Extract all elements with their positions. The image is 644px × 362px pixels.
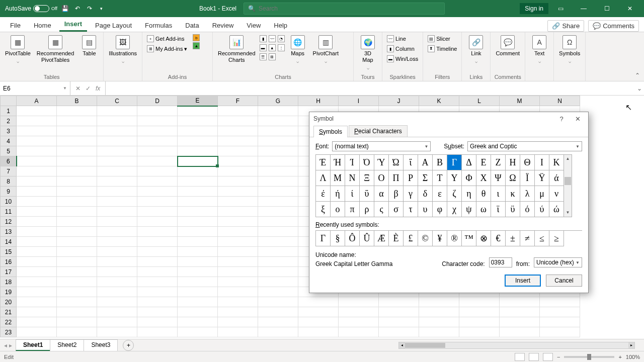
cell[interactable]	[17, 237, 57, 247]
column-header[interactable]: G	[258, 96, 298, 106]
cell[interactable]	[258, 317, 298, 327]
symbol-cell[interactable]: ο	[331, 202, 345, 217]
cell[interactable]	[137, 156, 178, 166]
cell[interactable]	[17, 106, 57, 116]
cell[interactable]	[97, 207, 137, 217]
cell[interactable]	[137, 116, 178, 126]
cell[interactable]	[218, 207, 258, 217]
line-chart-icon[interactable]: 〰	[269, 35, 276, 42]
cell[interactable]	[500, 307, 540, 317]
symbol-cell[interactable]: Ι	[535, 155, 549, 170]
cell[interactable]	[298, 327, 339, 337]
recent-symbol-cell[interactable]: ≥	[549, 231, 564, 246]
3d-map-button[interactable]: 🌍3D Map	[357, 34, 379, 72]
cell[interactable]	[500, 297, 540, 307]
tab-insert[interactable]: Insert	[59, 18, 87, 32]
cell[interactable]	[97, 327, 137, 337]
search-box[interactable]: 🔍	[244, 3, 445, 15]
row-header[interactable]: 23	[1, 327, 17, 337]
sheet-tab[interactable]: Sheet2	[50, 339, 84, 351]
bar-chart-icon[interactable]: ▬	[260, 44, 267, 51]
column-chart-icon[interactable]: ▮	[260, 35, 267, 42]
cell[interactable]	[17, 217, 57, 227]
cell[interactable]	[218, 237, 258, 247]
qat-more-icon[interactable]: ▾	[98, 5, 106, 13]
cell[interactable]	[97, 166, 137, 176]
row-header[interactable]: 7	[1, 166, 17, 176]
cell[interactable]	[57, 106, 97, 116]
symbol-cell[interactable]: Ϋ	[535, 170, 549, 186]
maps-button[interactable]: 🌐Maps	[287, 34, 309, 65]
symbol-cell[interactable]: κ	[506, 186, 520, 202]
cell[interactable]	[379, 317, 419, 327]
cell[interactable]	[17, 267, 57, 277]
cell[interactable]	[137, 187, 178, 197]
from-select[interactable]: Unicode (hex)▼	[534, 257, 582, 267]
cell[interactable]	[57, 317, 97, 327]
cell[interactable]	[339, 317, 379, 327]
recent-symbol-cell[interactable]: ≤	[535, 231, 549, 246]
row-header[interactable]: 21	[1, 307, 17, 317]
cell[interactable]	[137, 146, 178, 156]
cell[interactable]	[339, 297, 379, 307]
row-header[interactable]: 10	[1, 197, 17, 207]
cell[interactable]	[218, 267, 258, 277]
cell[interactable]	[218, 126, 258, 136]
symbol-cell[interactable]: Έ	[316, 155, 331, 170]
cell[interactable]	[57, 207, 97, 217]
symbol-cell[interactable]: ϋ	[506, 202, 520, 217]
cell[interactable]	[218, 187, 258, 197]
symbol-cell[interactable]: ώ	[549, 202, 564, 217]
cell[interactable]	[137, 197, 178, 207]
cell[interactable]	[178, 126, 218, 136]
recent-symbol-cell[interactable]: ≠	[520, 231, 535, 246]
page-layout-view-icon[interactable]	[529, 353, 539, 361]
symbol-cell[interactable]: ό	[520, 202, 535, 217]
zoom-slider[interactable]	[564, 356, 614, 358]
row-header[interactable]: 15	[1, 247, 17, 257]
cell[interactable]	[137, 277, 178, 287]
recent-symbol-cell[interactable]: ¥	[433, 231, 447, 246]
cell[interactable]	[178, 277, 218, 287]
symbol-cell[interactable]: Ί	[345, 155, 360, 170]
illustrations-button[interactable]: 🖼Illustrations	[107, 34, 139, 65]
cell[interactable]	[97, 227, 137, 237]
cell[interactable]	[218, 156, 258, 166]
cell[interactable]	[137, 287, 178, 297]
name-box[interactable]: E6▼	[0, 81, 70, 95]
cell[interactable]	[218, 297, 258, 307]
cell[interactable]	[137, 307, 178, 317]
cell[interactable]	[258, 267, 298, 277]
scroll-left-icon[interactable]: ◂	[399, 342, 405, 348]
row-header[interactable]: 9	[1, 187, 17, 197]
cell[interactable]	[137, 217, 178, 227]
cell[interactable]	[57, 146, 97, 156]
close-icon[interactable]: ✕	[619, 0, 641, 17]
symbol-cell[interactable]: Θ	[520, 155, 535, 170]
cell[interactable]	[298, 307, 339, 317]
recent-symbol-cell[interactable]: Æ	[374, 231, 389, 246]
cell[interactable]	[178, 197, 218, 207]
symbol-cell[interactable]: ά	[549, 170, 564, 186]
cell[interactable]	[178, 317, 218, 327]
symbol-cell[interactable]: γ	[404, 186, 418, 202]
symbol-cell[interactable]: Τ	[433, 170, 447, 186]
column-header[interactable]: L	[459, 96, 500, 106]
signin-button[interactable]: Sign in	[520, 3, 548, 14]
text-button[interactable]: AText	[528, 34, 550, 65]
cell[interactable]	[258, 146, 298, 156]
cell[interactable]	[97, 136, 137, 146]
cell[interactable]	[17, 166, 57, 176]
redo-icon[interactable]: ↷	[86, 5, 94, 13]
cell[interactable]	[258, 166, 298, 176]
cell[interactable]	[57, 197, 97, 207]
page-break-view-icon[interactable]	[543, 353, 553, 361]
symbol-cell[interactable]: ΐ	[404, 155, 418, 170]
scroll-right-icon[interactable]: ▸	[628, 342, 634, 348]
cell[interactable]	[97, 217, 137, 227]
cell[interactable]	[178, 237, 218, 247]
cell[interactable]	[137, 317, 178, 327]
cell[interactable]	[97, 197, 137, 207]
symbol-cell[interactable]: Η	[506, 155, 520, 170]
symbol-cell[interactable]: Ό	[360, 155, 374, 170]
